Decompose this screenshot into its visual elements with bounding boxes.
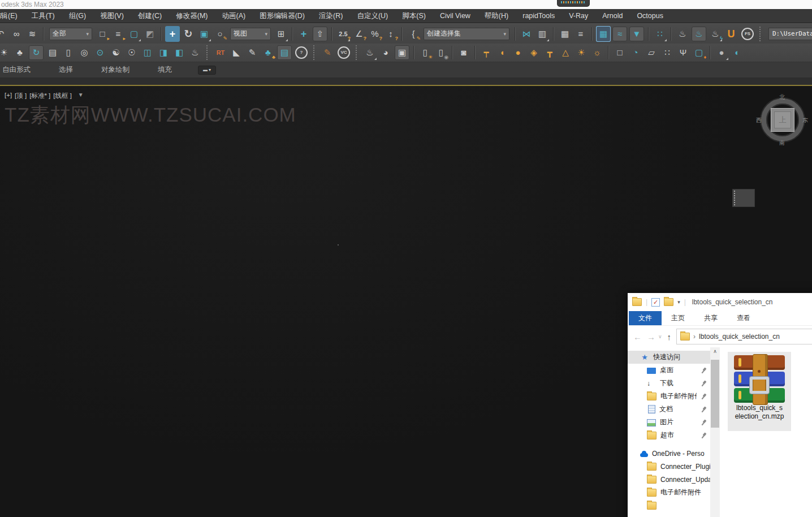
- sidebar-item-OneDrive - Perso[interactable]: OneDrive - Perso: [628, 447, 710, 460]
- menu-item[interactable]: rapidTools: [521, 12, 556, 20]
- cornice-icon[interactable]: ◣: [229, 45, 244, 61]
- toggle-scene-explorer-icon[interactable]: ▦: [558, 26, 572, 42]
- mirror-icon[interactable]: ⋈: [519, 26, 534, 42]
- sidebar-item-Connecter_Plugi[interactable]: Connecter_Plugi: [628, 460, 710, 473]
- menu-item[interactable]: 自定义(U): [355, 11, 390, 21]
- percent-snap-icon[interactable]: %?: [368, 26, 382, 42]
- forest-list-icon[interactable]: ▤: [45, 45, 60, 61]
- workspace-widget[interactable]: [557, 0, 590, 7]
- explorer-tab-共享[interactable]: 共享: [694, 311, 727, 325]
- video-window-icon[interactable]: ◨: [156, 45, 171, 61]
- menu-item[interactable]: 图形编辑器(D): [258, 11, 306, 21]
- spinner-snap-icon[interactable]: ↕?: [383, 26, 398, 42]
- scroll-up-icon[interactable]: ∧: [710, 348, 720, 354]
- menu-item[interactable]: 视图(V): [98, 11, 126, 21]
- angle-snap-icon[interactable]: ∠?: [352, 26, 366, 42]
- use-pivot-point-center-icon[interactable]: ⊞: [274, 26, 288, 42]
- back-button[interactable]: ←: [633, 332, 642, 342]
- select-and-place-icon[interactable]: ○✎: [213, 26, 227, 42]
- sidebar-item-图片[interactable]: 图片: [628, 416, 710, 429]
- ribbon-minimize-button[interactable]: ▬ ▾: [198, 66, 216, 75]
- rectangular-selection-region-icon[interactable]: ▢: [127, 26, 141, 42]
- vray-disc-light-icon[interactable]: ┳: [542, 45, 557, 61]
- edit-named-selection-sets-icon[interactable]: {✎: [406, 26, 421, 42]
- phoenix-icon[interactable]: ▢♦: [692, 45, 706, 61]
- sidebar-item-电子邮件附件[interactable]: 电子邮件附件: [628, 390, 710, 403]
- sidebar-item[interactable]: [628, 499, 710, 512]
- pin-icon[interactable]: [701, 380, 707, 386]
- named-selection-sets-dropdown[interactable]: 创建选择集▾: [424, 28, 509, 40]
- ribbon-tab[interactable]: 自由形式: [2, 65, 31, 75]
- sidebar-scrollbar[interactable]: ∧: [710, 347, 720, 517]
- sidebar-item-Connecter_Upda[interactable]: Connecter_Upda: [628, 473, 710, 486]
- split-view-icon[interactable]: ◧: [172, 45, 187, 61]
- window-panel-icon[interactable]: ◫: [140, 45, 155, 61]
- tree-icon[interactable]: ♣: [12, 45, 27, 61]
- lightbulb-icon[interactable]: ☉: [124, 45, 139, 61]
- recent-locations-caret-icon[interactable]: ∨: [658, 334, 662, 339]
- quick-access-caret-icon[interactable]: ▾: [677, 299, 680, 305]
- select-and-move-icon[interactable]: +: [165, 26, 180, 42]
- menu-item[interactable]: Octopus: [635, 12, 665, 20]
- scatter-icon[interactable]: ∷: [660, 45, 675, 61]
- viewport-label-part[interactable]: [线框 ]: [53, 92, 72, 100]
- vray-proxy-icon[interactable]: □: [612, 45, 627, 61]
- geopattern-icon[interactable]: ◔: [628, 45, 643, 61]
- viewcube-top-face[interactable]: 上: [771, 108, 794, 132]
- explorer-tab-主页[interactable]: 主页: [662, 311, 694, 325]
- sidebar-item-文档[interactable]: 文档: [628, 403, 710, 416]
- sidebar-item-快速访问[interactable]: ★快速访问: [628, 351, 710, 364]
- select-and-manipulate-icon[interactable]: +: [296, 26, 311, 42]
- menu-item[interactable]: 创建(C): [136, 11, 163, 21]
- vray-plane-icon[interactable]: ▱: [644, 45, 659, 61]
- material-editor-icon[interactable]: ∷: [653, 26, 667, 42]
- vray-fur-icon[interactable]: Ψ: [676, 45, 690, 61]
- help-icon[interactable]: ?: [295, 46, 308, 59]
- toggle-layer-explorer-icon[interactable]: ≡: [573, 26, 588, 42]
- floating-toolbar-stub[interactable]: [732, 189, 755, 207]
- image-stack-icon[interactable]: ⊙: [93, 45, 107, 61]
- viewcube[interactable]: 上 北 南 西 东: [761, 98, 804, 141]
- undo-icon[interactable]: ↶: [0, 26, 8, 42]
- sidebar-item-超市[interactable]: 超市: [628, 429, 710, 442]
- vray-framebuffer-icon[interactable]: ◕: [378, 45, 393, 61]
- override-material-icon[interactable]: ●: [714, 45, 729, 61]
- menu-item[interactable]: 编辑(E): [0, 11, 19, 21]
- menu-item[interactable]: 组(G): [67, 11, 88, 21]
- palette-icon[interactable]: ☯: [109, 45, 123, 61]
- scroll-thumb[interactable]: [711, 360, 719, 428]
- address-bar[interactable]: › lbtools_quick_selection_cn: [676, 329, 812, 344]
- sidebar-item-电子邮件附件[interactable]: 电子邮件附件: [628, 486, 710, 499]
- vc-plugin-icon[interactable]: VC: [338, 46, 350, 59]
- forest-pack-icon[interactable]: ♣♣: [261, 45, 275, 61]
- vray-plane-light-icon[interactable]: ┯: [479, 45, 494, 61]
- menu-item[interactable]: 渲染(R): [317, 11, 344, 21]
- explorer-file-pane[interactable]: lbtools_quick_s election_cn.mzp: [720, 347, 812, 517]
- menu-item[interactable]: 帮助(H): [483, 11, 510, 21]
- render-setup-icon[interactable]: ♨: [675, 26, 690, 42]
- explorer-titlebar[interactable]: | ✓ ▾ | lbtools_quick_selection_cn: [628, 293, 812, 311]
- pin-icon[interactable]: [701, 419, 707, 425]
- vray-render-icon[interactable]: ♨: [362, 45, 377, 61]
- address-path[interactable]: lbtools_quick_selection_cn: [699, 333, 780, 341]
- pin-icon[interactable]: [701, 393, 707, 399]
- vray-dome-light-icon[interactable]: ◖: [495, 45, 509, 61]
- select-by-name-icon[interactable]: ≡▸: [111, 26, 126, 42]
- explorer-tab-查看[interactable]: 查看: [727, 311, 760, 325]
- viewport-label-part[interactable]: [顶 ]: [15, 92, 27, 100]
- fire-ring-icon[interactable]: ◎: [77, 45, 92, 61]
- project-path-field[interactable]: D:\UserData···ds: [768, 28, 812, 40]
- sidebar-item-下载[interactable]: ↓下载: [628, 377, 710, 390]
- doc-lines-icon[interactable]: ▤: [277, 45, 292, 60]
- select-object-icon[interactable]: □▸: [95, 26, 110, 42]
- forward-button[interactable]: →: [647, 332, 655, 342]
- menu-item[interactable]: Civil View: [438, 12, 472, 20]
- curve-editor-icon[interactable]: ≈: [612, 27, 627, 41]
- teapot-small-icon[interactable]: ♨: [188, 45, 202, 61]
- ribbon-tab[interactable]: 对象绘制: [101, 65, 129, 75]
- select-and-rotate-icon[interactable]: ↻: [181, 26, 196, 42]
- rendered-frame-window-icon[interactable]: ♨: [692, 27, 706, 41]
- light-lister-icon[interactable]: ▯☀: [418, 45, 433, 61]
- vray-sun-icon[interactable]: ☀: [574, 45, 589, 61]
- menu-item[interactable]: 工具(T): [30, 11, 57, 21]
